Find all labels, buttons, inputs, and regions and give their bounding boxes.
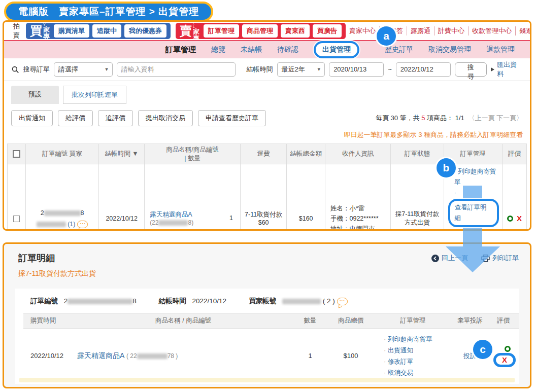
- masked-detail-order-number: [68, 299, 132, 304]
- detail-order-suffix: 8: [132, 297, 137, 305]
- tab-history-orders[interactable]: 歷史訂單: [385, 45, 413, 54]
- time-range-value: 最近2年: [282, 65, 305, 74]
- printer-icon: [481, 255, 490, 262]
- detail-link-modify-order[interactable]: 修改訂單: [388, 358, 413, 365]
- rating-ok-icon[interactable]: [507, 216, 513, 222]
- print-order-link[interactable]: 列印訂單: [481, 254, 519, 263]
- view-history-orders-button[interactable]: 申請查看歷史訂單: [198, 110, 266, 126]
- search-icon: [11, 65, 19, 74]
- product-link[interactable]: 露天精選商品A: [150, 211, 192, 218]
- dheader-rating: 評價: [488, 313, 519, 329]
- settle-time-label: 結帳時間: [247, 65, 273, 74]
- order-display-notice: 即日起一筆訂單最多顯示 3 種商品，請務必點入訂單明細查看: [4, 126, 530, 139]
- header-product-line2: | 數量: [146, 154, 239, 163]
- seller-logo-char: 賣: [180, 25, 192, 37]
- search-input[interactable]: [117, 62, 236, 77]
- link-money-trends[interactable]: 錢進趨勢: [516, 26, 531, 35]
- rating-x-icon[interactable]: X: [517, 214, 522, 223]
- shipping-method: 7-11取貨付款: [244, 210, 283, 219]
- export-data-link[interactable]: 匯出資料: [497, 60, 523, 79]
- tab-default-view[interactable]: 預設: [11, 86, 59, 104]
- time-range-select[interactable]: 最近2年: [277, 62, 325, 77]
- nav-buy-ads[interactable]: 買廣告: [313, 24, 342, 38]
- order-number-prefix: 2: [41, 209, 44, 217]
- nav-order-management[interactable]: 訂單管理: [204, 24, 239, 38]
- nav-sell[interactable]: 賣東西: [281, 24, 310, 38]
- tab-shipping-management[interactable]: 出貨管理: [314, 41, 359, 58]
- link-seller-center[interactable]: 賣家中心: [346, 26, 380, 35]
- link-print-store-shipping-slip[interactable]: 列印超商寄貨單: [454, 168, 496, 186]
- buyer-link[interactable]: (1): [37, 221, 76, 228]
- tab-refund-management[interactable]: 退款管理: [486, 45, 515, 54]
- link-view-order-detail[interactable]: 查看訂單明細: [455, 204, 487, 222]
- detail-purchase-time: 2022/10/12: [23, 329, 74, 383]
- header-total-amount[interactable]: 結帳總金額: [287, 144, 325, 164]
- recipient-info-cell: 姓名：小*雷 手機：0922****** 地址：中德門市: [325, 164, 391, 231]
- detail-buyer-link[interactable]: [282, 297, 321, 305]
- nav-my-coupons[interactable]: 我的優惠券: [124, 24, 166, 38]
- request-cancel-button[interactable]: 提出取消交易: [138, 110, 193, 126]
- link-payment-management[interactable]: 收款管理中心: [469, 26, 516, 35]
- header-settle-time-sort[interactable]: 結帳時間 ▼: [99, 144, 145, 164]
- nav-purchase-list[interactable]: 購買清單: [54, 24, 89, 38]
- tab-unsettled[interactable]: 未結帳: [241, 45, 262, 54]
- dheader-product: 商品名稱 / 商品編號: [74, 313, 292, 329]
- link-billing-center[interactable]: 計費中心: [434, 26, 469, 35]
- header-rating: 評價: [502, 144, 526, 164]
- order-search-bar: 搜尋訂單 請選擇 結帳時間 最近2年 ~ 搜尋 匯出資料: [4, 58, 530, 81]
- seller-logo-en: S E L L: [193, 20, 199, 28]
- detail-product-link[interactable]: 露天精選商品A: [77, 351, 124, 360]
- ship-notify-button[interactable]: 出貨通知: [11, 110, 53, 126]
- detail-card: 訂單編號 28 結帳時間 2022/10/12 買家帳號 ( 2 )···: [15, 289, 519, 384]
- detail-title: 訂單明細: [18, 252, 55, 264]
- settle-time-cell: 2022/10/12: [99, 164, 145, 231]
- detail-rating-x-icon[interactable]: X: [502, 355, 507, 364]
- tab-cancel-management[interactable]: 取消交易管理: [428, 45, 471, 54]
- dheader-purchase-time: 購買時間: [23, 313, 74, 329]
- tab-pending-confirm[interactable]: 待確認: [277, 45, 298, 54]
- link-lulutong[interactable]: 露露通: [407, 26, 434, 35]
- pagination-prev-next[interactable]: 〈上一頁 下一頁〉: [468, 114, 523, 122]
- nav-product-management[interactable]: 商品管理: [242, 24, 278, 38]
- link-ship-notify[interactable]: 出貨通知: [458, 229, 483, 231]
- masked-product-code: [158, 220, 188, 226]
- header-shipping-fee: 運費: [240, 144, 286, 164]
- detail-link-cancel-transaction[interactable]: 取消交易: [388, 369, 413, 376]
- detail-chat-bubble-icon[interactable]: ···: [337, 298, 348, 305]
- rating-cell: X: [502, 164, 526, 231]
- date-from-input[interactable]: [329, 62, 384, 77]
- print-link-label: 列印訂單: [492, 254, 519, 263]
- annotation-bubble-b: b: [437, 158, 456, 177]
- detail-product-cell: 露天精選商品A ( 2278 ): [74, 329, 292, 383]
- order-number-suffix: 8: [81, 209, 84, 217]
- detail-rating-ok-icon[interactable]: [505, 346, 511, 352]
- header-order-buyer[interactable]: 訂單編號 買家: [25, 144, 98, 164]
- order-status-cell: 採7-11取貨付款方式出貨: [391, 164, 444, 231]
- annotation-bubble-a: a: [377, 26, 396, 46]
- nav-my-auction-overview[interactable]: 我的拍賣總覽: [7, 22, 26, 40]
- give-rating-button[interactable]: 給評價: [58, 110, 93, 126]
- seller-area-block: 賣 S E L L 家專區 訂單管理 商品管理 賣東西 買廣告: [176, 23, 346, 39]
- nav-tracking[interactable]: 追蹤中: [92, 24, 121, 38]
- shipping-fee-cell: 7-11取貨付款 $60: [240, 164, 286, 231]
- detail-buyer-label: 買家帳號: [249, 297, 276, 305]
- follow-rating-button[interactable]: 追評價: [98, 110, 133, 126]
- back-link[interactable]: 回上一頁: [431, 254, 468, 263]
- search-button[interactable]: 搜尋: [455, 62, 487, 77]
- masked-buyer-name: [37, 222, 66, 227]
- tab-batch-print-waybill[interactable]: 批次列印託運單: [63, 86, 126, 104]
- select-all-checkbox[interactable]: [13, 150, 20, 158]
- buyer-rating-count: (1): [68, 221, 75, 228]
- search-field-select[interactable]: 請選擇: [54, 62, 113, 77]
- header-product: 商品名稱/商品編號 | 數量: [145, 144, 241, 164]
- detail-link-print-store-shipping-slip[interactable]: 列印超商寄貨單: [388, 336, 432, 343]
- header-product-line1: 商品名稱/商品編號: [146, 146, 239, 154]
- chat-bubble-icon[interactable]: ···: [77, 221, 88, 228]
- tab-overview[interactable]: 總覽: [211, 45, 225, 54]
- dheader-qty: 數量: [292, 313, 328, 329]
- detail-rating-cell: X: [488, 329, 519, 383]
- detail-link-ship-notify[interactable]: 出貨通知: [388, 347, 413, 354]
- row-checkbox[interactable]: [13, 216, 20, 222]
- masked-buyer-account: [282, 299, 321, 304]
- date-to-input[interactable]: [396, 62, 451, 77]
